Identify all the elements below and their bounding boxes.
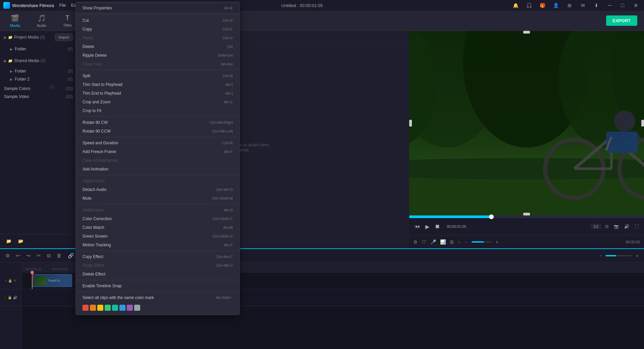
menu-file[interactable]: File <box>59 3 66 8</box>
menu-copy-effect[interactable]: Copy Effect Ctrl+Alt+C <box>76 252 239 261</box>
mute-shortcut: Ctrl+Shift+M <box>212 196 233 200</box>
menu-show-properties[interactable]: Show Properties Alt+E <box>76 3 239 13</box>
sample-video-item[interactable]: Sample Video (20) <box>0 93 77 101</box>
preview-svg <box>409 31 644 215</box>
progress-thumb[interactable] <box>489 214 494 219</box>
import-button[interactable]: Import <box>55 34 73 41</box>
menu-rotate-cw[interactable]: Rotate 90 CW Ctrl+Alt+Right <box>76 118 239 127</box>
menu-cut[interactable]: Cut Ctrl+X <box>76 16 239 25</box>
top-crop-handle[interactable] <box>523 31 530 34</box>
swatch-green[interactable] <box>105 305 111 311</box>
layout-icon[interactable]: ⊞ <box>565 1 574 10</box>
maximize-button[interactable]: □ <box>618 2 627 8</box>
track-add-icon[interactable]: + <box>5 279 7 283</box>
menu-trim-start[interactable]: Trim Start to Playhead Alt+[ <box>76 80 239 89</box>
menu-select-same-color[interactable]: Select all clips with the same color mar… <box>76 293 239 302</box>
swatch-blue[interactable] <box>119 305 125 311</box>
zoom-out-icon[interactable]: − <box>598 251 603 260</box>
track-audio-vol[interactable]: 🔊 <box>13 296 17 299</box>
menu-mute[interactable]: Mute Ctrl+Shift+M <box>76 194 239 203</box>
extra-ctrl-4[interactable]: 📊 <box>440 239 446 245</box>
track-audio-lock[interactable]: 🔒 <box>8 296 12 299</box>
menu-delete-effect[interactable]: Delete Effect <box>76 270 239 279</box>
extra-ctrl-zoom-out[interactable]: − <box>465 239 467 245</box>
zoom-slider[interactable] <box>605 255 632 256</box>
clear-keyframes-label: Clear All Keyframes <box>83 158 118 163</box>
volume-button[interactable]: 🔊 <box>623 223 631 230</box>
menu-motion-tracking[interactable]: Motion Tracking Alt+X <box>76 241 239 249</box>
new-folder-icon[interactable]: 📂 <box>16 236 25 246</box>
track-eye-icon[interactable]: 👁 <box>13 279 17 283</box>
timeline-split-icon[interactable]: ✂ <box>35 251 42 260</box>
menu-rotate-ccw[interactable]: Rotate 90 CCW Ctrl+Alt+Left <box>76 127 239 136</box>
timeline-settings-icon[interactable]: ⚙ <box>4 251 11 260</box>
shared-folder2-item[interactable]: ▶ Folder 2 (0) <box>0 75 77 83</box>
menu-enable-snap[interactable]: Enable Timeline Snap <box>76 282 239 290</box>
export-button[interactable]: EXPORT <box>606 15 637 26</box>
user-icon[interactable]: 👤 <box>551 1 561 10</box>
swatch-red[interactable] <box>83 305 89 311</box>
shared-folder-item[interactable]: ▶ Folder (0) <box>0 67 77 75</box>
menu-crop-zoom[interactable]: Crop and Zoom Alt+C <box>76 98 239 106</box>
timeline-snap-icon[interactable]: 🔗 <box>66 251 75 260</box>
video-clip[interactable]: Travel 01 <box>32 274 72 287</box>
timeline-undo-icon[interactable]: ↩ <box>14 251 21 260</box>
menu-speed-duration[interactable]: Speed and Duration Ctrl+R <box>76 139 239 147</box>
timeline-copy-icon[interactable]: ⧉ <box>46 251 52 260</box>
extra-ctrl-1[interactable]: ⚙ <box>413 239 418 245</box>
snapshot-button[interactable]: 📷 <box>612 223 620 230</box>
sample-colors-item[interactable]: Sample Colors (15) <box>0 85 77 93</box>
menu-copy[interactable]: Copy Ctrl+C <box>76 25 239 34</box>
extra-ctrl-6[interactable]: ○ <box>458 239 461 245</box>
playhead[interactable] <box>32 272 33 289</box>
prev-frame-button[interactable]: ⏮ <box>413 222 421 231</box>
gift-icon[interactable]: 🎁 <box>538 1 547 10</box>
left-crop-handle[interactable] <box>409 120 412 127</box>
swatch-yellow[interactable] <box>97 305 103 311</box>
menu-crop-to-fit[interactable]: Crop to Fit <box>76 106 239 115</box>
timeline-delete-icon[interactable]: 🗑 <box>55 251 63 260</box>
menu-delete[interactable]: Delete Del <box>76 42 239 51</box>
menu-color-correction[interactable]: Color Correction Ctrl+Shift+C <box>76 214 239 223</box>
extra-ctrl-zoom-in[interactable]: + <box>496 239 498 245</box>
minimize-button[interactable]: ─ <box>605 2 614 8</box>
menu-add-freeze[interactable]: Add Freeze Frame Alt+F <box>76 147 239 156</box>
extra-ctrl-5[interactable]: ⊞ <box>450 239 454 245</box>
track-audio-icon[interactable]: ♪ <box>5 296 6 299</box>
mail-icon[interactable]: ✉ <box>578 1 588 10</box>
menu-add-animation[interactable]: Add Animation <box>76 165 239 173</box>
track-lock-icon[interactable]: 🔒 <box>8 279 12 283</box>
folder-item[interactable]: ▶ Folder (0) <box>0 45 77 53</box>
menu-color-match[interactable]: Color Match Alt+M <box>76 223 239 232</box>
swatch-orange[interactable] <box>90 305 96 311</box>
preview-zoom-slider[interactable] <box>472 241 492 243</box>
add-folder-icon[interactable]: 📁 <box>4 236 13 246</box>
menu-split[interactable]: Split Ctrl+B <box>76 71 239 80</box>
close-button[interactable]: ✕ <box>631 2 641 9</box>
bottom-crop-handle[interactable] <box>523 213 530 215</box>
fullscreen-button[interactable]: ⛶ <box>633 223 640 230</box>
toolbar-audio[interactable]: 🎵 Audio <box>34 12 50 30</box>
download-icon[interactable]: ⬇ <box>592 1 601 10</box>
swatch-teal[interactable] <box>112 305 118 311</box>
swatch-purple[interactable] <box>127 305 133 311</box>
extra-ctrl-3[interactable]: 🎤 <box>430 239 436 245</box>
fit-button[interactable]: ⊡ <box>604 223 610 230</box>
stop-button[interactable]: ⏹ <box>433 222 441 231</box>
timeline-redo-icon[interactable]: ↪ <box>25 251 32 260</box>
swatch-gray[interactable] <box>134 305 140 311</box>
menu-detach-audio[interactable]: Detach Audio Ctrl+Alt+D <box>76 185 239 194</box>
notification-icon[interactable]: 🔔 <box>511 1 521 10</box>
menu-trim-end[interactable]: Trim End to Playhead Alt+] <box>76 89 239 98</box>
preview-seekbar[interactable] <box>409 215 644 218</box>
menu-green-screen[interactable]: Green Screen Ctrl+Shift+G <box>76 232 239 241</box>
right-crop-handle[interactable] <box>641 120 644 127</box>
headphone-icon[interactable]: 🎧 <box>525 1 534 10</box>
menu-paste: Paste Ctrl+V <box>76 34 239 42</box>
extra-ctrl-2[interactable]: 🛡 <box>422 239 426 245</box>
play-button[interactable]: ▶ <box>424 222 431 231</box>
toolbar-titles[interactable]: T Titles <box>60 12 75 29</box>
toolbar-media[interactable]: 🎬 Media <box>7 12 23 30</box>
zoom-in-icon[interactable]: + <box>634 251 640 260</box>
menu-ripple-delete[interactable]: Ripple Delete Shift+Del <box>76 51 239 60</box>
